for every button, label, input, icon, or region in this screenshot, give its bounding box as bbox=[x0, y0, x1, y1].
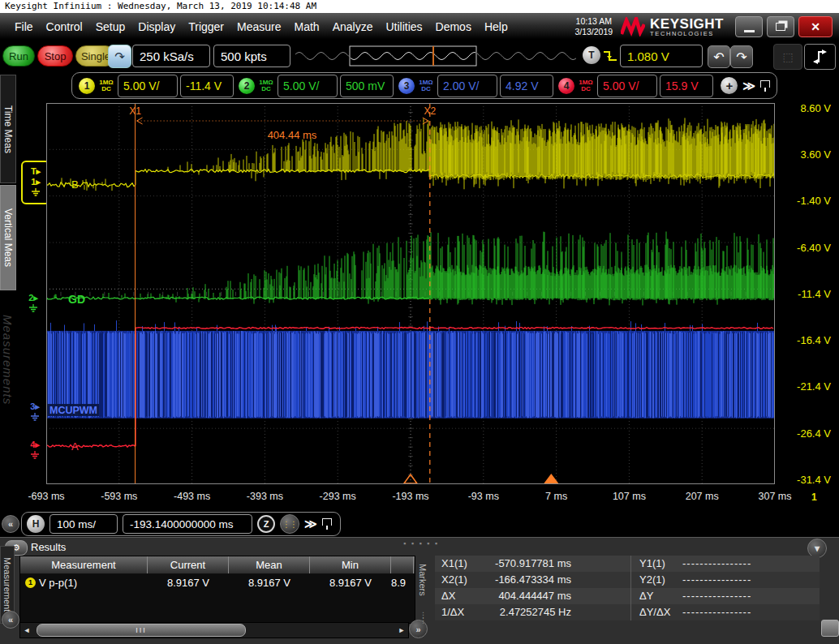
channel-2-button[interactable]: 2 bbox=[239, 78, 255, 94]
acquisition-overview[interactable] bbox=[294, 44, 578, 71]
channel-1-offset-box[interactable]: -11.4 V bbox=[180, 75, 234, 97]
add-channel-button[interactable]: + bbox=[721, 77, 738, 94]
channel-3-offset-box[interactable]: 4.92 V bbox=[500, 75, 553, 97]
waveform-display[interactable]: X1X2404.44 msBGDMCUPWMA bbox=[46, 103, 775, 484]
menu-item-analyze[interactable]: Analyze bbox=[326, 15, 380, 39]
minimize-button[interactable] bbox=[735, 16, 763, 37]
channel-4-button[interactable]: 4 bbox=[558, 78, 574, 94]
channel-1-button[interactable]: 1 bbox=[79, 78, 95, 94]
y-tick-label: -6.40 V bbox=[781, 242, 831, 255]
waveform-canvas[interactable]: X1X2404.44 msBGDMCUPWMA bbox=[46, 103, 775, 484]
marker-label: Y1(1) bbox=[639, 557, 665, 569]
x-tick-label: -193 ms bbox=[382, 490, 439, 503]
channel-3-button[interactable]: 3 bbox=[398, 78, 415, 94]
undo-button[interactable]: ↶ bbox=[708, 45, 730, 68]
menu-item-math[interactable]: Math bbox=[288, 15, 326, 39]
toolbar: Run Stop Single ↷ 250 kSa/s 500 kpts T 1… bbox=[0, 41, 839, 72]
svg-text:X2: X2 bbox=[424, 105, 436, 117]
ground-icon bbox=[30, 451, 40, 461]
autoscale-icon[interactable] bbox=[804, 44, 836, 70]
menu-item-help[interactable]: Help bbox=[478, 15, 514, 39]
panel-grip-dots[interactable]: ▪ ▪ ▪ ▪ ▪ bbox=[403, 539, 439, 547]
marker-arrow-icon: 4▸ bbox=[30, 440, 40, 449]
menu-items: FileControlSetupDisplayTriggerMeasureMat… bbox=[0, 15, 514, 39]
pin-icon[interactable] bbox=[760, 80, 770, 92]
scroll-right-icon[interactable]: ► bbox=[395, 624, 408, 637]
table-row[interactable]: 1V p-p(1)8.9167 V8.9167 V8.9167 V8.9 bbox=[20, 574, 415, 590]
channel-2-coupling[interactable]: 1MΩDC bbox=[257, 79, 275, 92]
menu-item-control[interactable]: Control bbox=[40, 15, 89, 39]
column-header-Mean[interactable]: Mean bbox=[229, 556, 310, 573]
menu-item-display[interactable]: Display bbox=[131, 15, 182, 39]
channel-3-coupling[interactable]: 1MΩDC bbox=[417, 79, 435, 92]
channel-1-scale-box[interactable]: 5.00 V/ bbox=[118, 75, 178, 97]
grip-icon[interactable]: ⋮⋮ bbox=[280, 514, 299, 534]
column-header-Current[interactable]: Current bbox=[148, 556, 229, 573]
marker-row: ΔX404.444447 msΔY---------------- bbox=[435, 588, 820, 604]
column-header-Measurement[interactable]: Measurement bbox=[20, 556, 148, 573]
memory-depth-box[interactable]: 500 kpts bbox=[213, 45, 290, 67]
zoom-icon[interactable]: Z bbox=[257, 515, 275, 533]
channel-4-coupling[interactable]: 1MΩDC bbox=[577, 79, 595, 92]
marker-label: ΔY bbox=[639, 590, 653, 602]
marker-label: 1/ΔX bbox=[441, 606, 464, 618]
x-tick-label: 207 ms bbox=[673, 490, 730, 503]
measurement-value: 8.9167 V bbox=[229, 577, 310, 589]
channel-2-offset-box[interactable]: 500 mV bbox=[340, 75, 394, 97]
trigger-level-box[interactable]: 1.080 V bbox=[620, 45, 703, 67]
sample-rate-box[interactable]: 250 kSa/s bbox=[132, 45, 210, 67]
measurements-watermark: Measurements bbox=[1, 315, 15, 469]
column-header-Min[interactable]: Min bbox=[310, 556, 391, 573]
marker-arrow-icon: 3▸ bbox=[30, 402, 40, 411]
channel-3-scale-box[interactable]: 2.00 V/ bbox=[437, 75, 497, 97]
scroll-left-icon[interactable]: ◄ bbox=[20, 624, 33, 637]
column-header-partial[interactable] bbox=[391, 556, 414, 573]
menu-item-demos[interactable]: Demos bbox=[429, 15, 478, 39]
horizontal-button[interactable]: H bbox=[27, 515, 45, 533]
keysight-logo: KEYSIGHT TECHNOLOGIES bbox=[621, 17, 724, 37]
ground-icon bbox=[28, 304, 38, 314]
stop-button[interactable]: Stop bbox=[37, 45, 73, 67]
x-tick-label: -593 ms bbox=[91, 490, 148, 503]
collapse-measurement-button[interactable]: « bbox=[2, 611, 19, 629]
trigger-button[interactable]: T bbox=[583, 46, 600, 64]
keysight-spark-icon bbox=[621, 17, 645, 36]
markers-grip-dots[interactable]: ⋮⋮ bbox=[420, 612, 427, 624]
expand-icon[interactable]: ≫ bbox=[304, 517, 317, 531]
results-scrollbar[interactable]: ◄ III ► bbox=[19, 622, 409, 638]
touch-mode-button[interactable]: ↷ bbox=[108, 45, 131, 68]
restore-button[interactable] bbox=[767, 16, 794, 37]
channel-4-scale-box[interactable]: 5.00 V/ bbox=[597, 75, 657, 97]
timebase-position-box[interactable]: -193.1400000000 ms bbox=[123, 514, 252, 534]
channel-4-ground-marker[interactable]: 4▸ bbox=[24, 436, 45, 465]
run-button[interactable]: Run bbox=[2, 45, 35, 67]
channel-3-ground-marker[interactable]: 3▸ bbox=[24, 397, 45, 427]
menu-item-setup[interactable]: Setup bbox=[89, 15, 132, 39]
marker-value: ---------------- bbox=[682, 590, 751, 602]
channel-4-offset-box[interactable]: 15.9 V bbox=[660, 75, 713, 97]
tab-vertical-meas[interactable]: Vertical Meas bbox=[0, 185, 16, 290]
grid-drag-icon[interactable]: ⬚ bbox=[773, 44, 802, 70]
trigger-edge-icon bbox=[602, 49, 618, 63]
redo-button[interactable]: ↷ bbox=[730, 45, 753, 68]
measurement-name: V p-p(1) bbox=[39, 577, 77, 589]
menu-item-trigger[interactable]: Trigger bbox=[182, 15, 230, 39]
channel-2-ground-marker[interactable]: 2▸ bbox=[23, 289, 44, 318]
menu-item-file[interactable]: File bbox=[8, 15, 40, 39]
more-channels-icon[interactable]: ≫ bbox=[742, 79, 755, 93]
menu-item-utilities[interactable]: Utilities bbox=[379, 15, 428, 39]
channel-2-scale-box[interactable]: 5.00 V/ bbox=[278, 75, 338, 97]
close-button[interactable]: ✕ bbox=[798, 16, 833, 37]
tab-time-meas[interactable]: Time Meas bbox=[0, 75, 16, 183]
timebase-scale-box[interactable]: 100 ms/ bbox=[49, 514, 118, 534]
tab-markers[interactable]: Markers bbox=[415, 551, 430, 609]
channel-1-coupling[interactable]: 1MΩDC bbox=[97, 79, 115, 92]
pin-icon[interactable] bbox=[322, 518, 332, 530]
marker-value: -570.917781 ms bbox=[475, 557, 571, 569]
x-tick-label: 307 ms bbox=[746, 490, 803, 503]
collapse-left-button[interactable]: « bbox=[2, 515, 19, 533]
menu-item-measure[interactable]: Measure bbox=[230, 15, 287, 39]
resize-corner[interactable] bbox=[821, 620, 839, 637]
channel-bar-controls: +≫ bbox=[721, 77, 770, 94]
scrollbar-thumb[interactable]: III bbox=[37, 624, 246, 637]
